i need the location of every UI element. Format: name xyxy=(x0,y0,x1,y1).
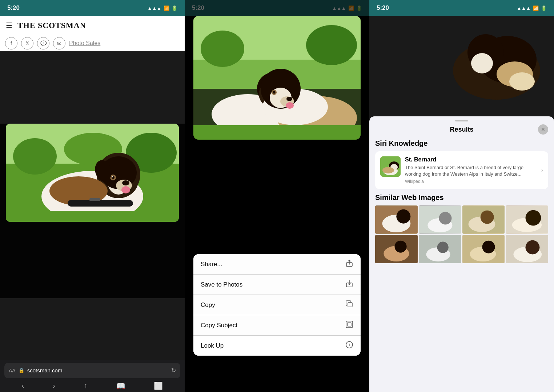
facebook-icon[interactable]: f xyxy=(5,37,17,49)
save-to-photos-menu-item[interactable]: Save to Photos xyxy=(193,275,361,295)
status-icons-3: ▲▲▲ 📶 🔋 xyxy=(517,5,547,11)
phone-2: 5:20 ▲▲▲ 📶 🔋 xyxy=(185,0,369,392)
similar-images-section: Similar Web Images xyxy=(369,193,554,263)
tabs-button[interactable]: ⬜ xyxy=(154,381,163,390)
svg-point-68 xyxy=(396,209,410,224)
svg-rect-46 xyxy=(193,125,361,140)
copy-subject-label: Copy Subject xyxy=(201,322,237,329)
status-time-1: 5:20 xyxy=(7,4,20,12)
svg-rect-19 xyxy=(68,200,133,207)
svg-point-77 xyxy=(526,210,541,226)
chevron-right-icon: › xyxy=(541,167,543,173)
sheet-title: Results xyxy=(450,126,473,133)
similar-image-8[interactable] xyxy=(506,235,548,263)
phone-3: 5:20 ▲▲▲ 📶 🔋 Results ✕ Siri xyxy=(369,0,554,392)
bottom-bar-1: AA 🔒 scotsman.com ↻ ‹ › ↑ 📖 ⬜ xyxy=(0,360,185,392)
knowledge-card[interactable]: St. Bernard The Saint Bernard or St. Ber… xyxy=(375,151,548,189)
svg-point-3 xyxy=(13,138,57,175)
svg-point-14 xyxy=(121,186,130,193)
similar-image-5[interactable] xyxy=(375,235,418,263)
copy-menu-item[interactable]: Copy xyxy=(193,295,361,315)
svg-point-83 xyxy=(437,242,448,253)
similar-image-6[interactable] xyxy=(419,235,461,263)
svg-point-27 xyxy=(306,25,357,65)
back-button[interactable]: ‹ xyxy=(21,381,24,390)
signal-icon-3: ▲▲▲ xyxy=(517,5,531,11)
hamburger-icon[interactable]: ☰ xyxy=(6,21,12,30)
battery-icon: 🔋 xyxy=(172,5,177,11)
look-up-menu-item[interactable]: Look Up i xyxy=(193,336,361,356)
similar-image-4[interactable] xyxy=(506,205,548,234)
svg-rect-51 xyxy=(348,323,351,326)
save-to-photos-label: Save to Photos xyxy=(201,281,242,288)
dog-image-2 xyxy=(193,16,361,140)
site-logo: THE SCOTSMAN xyxy=(17,21,86,30)
reload-button[interactable]: ↻ xyxy=(171,367,176,374)
status-icons-1: ▲▲▲ 📶 🔋 xyxy=(147,5,177,11)
similar-image-1[interactable] xyxy=(375,205,418,234)
photo-sales-link[interactable]: Photo Sales xyxy=(69,40,100,47)
whatsapp-icon[interactable]: 💬 xyxy=(37,37,49,49)
sheet-header: Results ✕ xyxy=(369,121,554,136)
svg-point-74 xyxy=(480,211,494,224)
svg-point-58 xyxy=(509,72,535,91)
similar-image-3[interactable] xyxy=(462,205,505,234)
knowledge-source: Wikipedia xyxy=(405,179,537,184)
text-size-button[interactable]: AA xyxy=(9,368,16,373)
save-to-photos-icon xyxy=(345,280,353,289)
svg-rect-20 xyxy=(89,198,100,201)
share-label: Share... xyxy=(201,261,222,268)
nav-bar: ☰ THE SCOTSMAN xyxy=(0,16,185,35)
svg-point-80 xyxy=(395,241,407,253)
similar-image-7[interactable] xyxy=(462,235,505,263)
url-bar[interactable]: AA 🔒 scotsman.com ↻ xyxy=(4,363,180,378)
svg-point-42 xyxy=(286,97,292,101)
svg-point-43 xyxy=(286,102,294,109)
svg-point-13 xyxy=(122,180,129,185)
status-bar-3: 5:20 ▲▲▲ 📶 🔋 xyxy=(369,0,554,16)
social-bar: f 𝕏 💬 ✉ Photo Sales xyxy=(0,35,185,51)
url-display: scotsman.com xyxy=(27,367,168,373)
share-icon xyxy=(345,259,353,269)
copy-subject-icon xyxy=(345,320,353,330)
close-icon: ✕ xyxy=(541,127,545,132)
similar-images-title: Similar Web Images xyxy=(375,193,548,202)
look-up-label: Look Up xyxy=(201,342,224,349)
bookmarks-button[interactable]: 📖 xyxy=(116,381,125,390)
wifi-icon: 📶 xyxy=(164,5,169,11)
svg-point-65 xyxy=(382,167,394,173)
knowledge-content: St. Bernard The Saint Bernard or St. Ber… xyxy=(405,156,537,184)
copy-icon xyxy=(345,300,353,310)
svg-point-60 xyxy=(471,53,493,73)
share-menu-item[interactable]: Share... xyxy=(193,254,361,275)
email-icon[interactable]: ✉ xyxy=(53,37,65,49)
copy-label: Copy xyxy=(201,301,215,309)
context-menu: Share... Save to Photos Copy xyxy=(193,254,361,356)
twitter-icon[interactable]: 𝕏 xyxy=(21,37,33,49)
phone-1: 5:20 ▲▲▲ 📶 🔋 ☰ THE SCOTSMAN f 𝕏 💬 ✉ Phot… xyxy=(0,0,185,392)
similar-image-grid xyxy=(375,205,548,263)
results-sheet: Results ✕ Siri Knowledge St. xyxy=(369,116,554,392)
share-button[interactable]: ↑ xyxy=(84,381,88,390)
knowledge-description: The Saint Bernard or St. Bernard is a br… xyxy=(405,164,537,177)
knowledge-title: St. Bernard xyxy=(405,156,537,163)
status-bar-1: 5:20 ▲▲▲ 📶 🔋 xyxy=(0,0,185,16)
svg-rect-23 xyxy=(6,211,179,222)
lock-icon: 🔒 xyxy=(19,368,24,373)
look-up-icon: i xyxy=(345,341,353,351)
battery-icon-3: 🔋 xyxy=(541,5,547,11)
svg-rect-49 xyxy=(348,303,352,307)
browser-nav-icons: ‹ › ↑ 📖 ⬜ xyxy=(0,380,185,392)
forward-button[interactable]: › xyxy=(53,381,55,390)
similar-image-2[interactable] xyxy=(419,205,461,234)
copy-subject-menu-item[interactable]: Copy Subject xyxy=(193,315,361,336)
svg-point-89 xyxy=(526,240,540,255)
svg-point-17 xyxy=(112,176,113,177)
wifi-icon-3: 📶 xyxy=(533,5,539,11)
siri-knowledge-section: Siri Knowledge St. Bernard The Saint Ber… xyxy=(369,139,554,189)
dog-image-1 xyxy=(6,124,179,222)
signal-icon: ▲▲▲ xyxy=(147,5,161,11)
svg-point-45 xyxy=(273,91,276,94)
status-time-3: 5:20 xyxy=(377,4,389,12)
close-button[interactable]: ✕ xyxy=(538,124,548,135)
